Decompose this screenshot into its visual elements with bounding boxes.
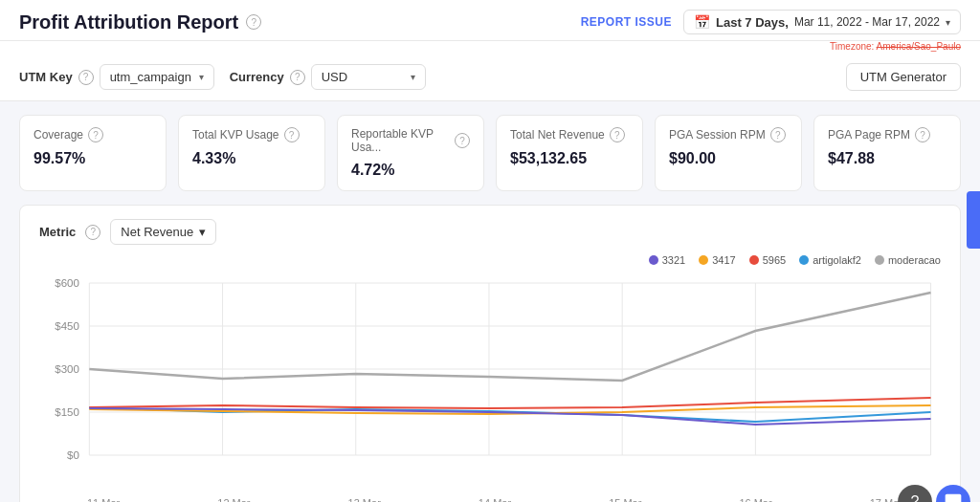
- legend-dot: [749, 255, 759, 265]
- date-range-chevron-icon: ▾: [946, 17, 950, 28]
- utm-key-label: UTM Key: [19, 70, 73, 84]
- chart-header: Metric ? Net Revenue ▾: [39, 219, 941, 245]
- utm-key-select[interactable]: utm_campaign ▾: [100, 64, 214, 90]
- kpi-card: Total Net Revenue ? $53,132.65: [496, 115, 643, 191]
- kpi-value: $53,132.65: [510, 150, 629, 167]
- calendar-icon: 📅: [694, 14, 710, 30]
- legend-item: 3321: [649, 254, 685, 266]
- kpi-label: PGA Session RPM: [669, 128, 766, 142]
- x-axis-label: 14 Mar: [479, 497, 511, 502]
- date-range-detail: Mar 11, 2022 - Mar 17, 2022: [794, 15, 940, 29]
- kpi-label: Reportable KVP Usa...: [351, 127, 450, 154]
- kpi-help-icon[interactable]: ?: [915, 127, 930, 142]
- legend-dot: [799, 255, 809, 265]
- date-range-bold: Last 7 Days,: [716, 15, 789, 30]
- legend-label: 3321: [662, 254, 685, 266]
- legend-label: 3417: [712, 254, 735, 266]
- svg-text:$600: $600: [55, 277, 79, 289]
- kpi-label: Coverage: [33, 128, 83, 142]
- x-axis-label: 12 Mar: [217, 497, 250, 502]
- kpi-card-header: PGA Page RPM ?: [828, 127, 947, 142]
- kpi-help-icon[interactable]: ?: [610, 127, 625, 142]
- x-axis-label: 15 Mar: [609, 497, 641, 502]
- legend-dot: [699, 255, 708, 265]
- currency-select[interactable]: USD ▾: [311, 64, 426, 90]
- kpi-label: PGA Page RPM: [828, 128, 910, 142]
- legend-dot: [875, 255, 884, 265]
- legend-dot: [649, 255, 658, 265]
- timezone-row: Timezone: America/Sao_Paulo: [0, 41, 980, 54]
- utm-generator-button[interactable]: UTM Generator: [846, 63, 961, 91]
- kpi-value: 4.33%: [192, 150, 311, 167]
- header-left: Profit Attribution Report ?: [19, 11, 261, 33]
- kpi-value: $47.88: [828, 150, 947, 167]
- chart-x-axis: 11 Mar12 Mar13 Mar14 Mar15 Mar16 Mar17 M…: [39, 493, 941, 502]
- legend-item: moderacao: [875, 254, 941, 266]
- page-title-help-icon[interactable]: ?: [246, 14, 261, 30]
- kpi-card: PGA Session RPM ? $90.00: [655, 115, 802, 191]
- metric-help-icon[interactable]: ?: [85, 225, 100, 240]
- kpi-card-header: Coverage ?: [33, 127, 152, 142]
- metric-value: Net Revenue: [121, 225, 193, 239]
- toolbar-left: UTM Key ? utm_campaign ▾ Currency ? USD …: [19, 64, 426, 90]
- legend-label: moderacao: [888, 254, 941, 266]
- header-right: REPORT ISSUE 📅 Last 7 Days, Mar 11, 2022…: [581, 10, 961, 34]
- kpi-card: Total KVP Usage ? 4.33%: [178, 115, 325, 191]
- page-title: Profit Attribution Report: [19, 11, 238, 33]
- report-issue-button[interactable]: REPORT ISSUE: [581, 15, 672, 29]
- currency-chevron-icon: ▾: [411, 72, 415, 82]
- metric-chevron-icon: ▾: [199, 225, 206, 239]
- chart-svg: $600 $450 $300 $150 $0: [39, 273, 941, 493]
- chart-area: $600 $450 $300 $150 $0: [39, 273, 941, 493]
- legend-label: artigolakf2: [813, 254, 861, 266]
- svg-text:$0: $0: [67, 449, 79, 461]
- metric-select[interactable]: Net Revenue ▾: [110, 219, 216, 245]
- currency-help-icon[interactable]: ?: [290, 70, 305, 85]
- svg-text:$450: $450: [55, 320, 79, 332]
- x-axis-label: 13 Mar: [348, 497, 381, 502]
- kpi-card: Coverage ? 99.57%: [19, 115, 167, 191]
- kpi-card-header: PGA Session RPM ?: [669, 127, 788, 142]
- kpi-card-header: Reportable KVP Usa... ?: [351, 127, 470, 154]
- chart-section: Metric ? Net Revenue ▾ 3321 3417 5965 ar…: [19, 205, 961, 502]
- x-axis-label: 11 Mar: [87, 497, 120, 502]
- kpi-value: 4.72%: [351, 162, 470, 179]
- kpi-value: 99.57%: [33, 150, 152, 167]
- kpi-row: Coverage ? 99.57% Total KVP Usage ? 4.33…: [0, 101, 980, 205]
- kpi-help-icon[interactable]: ?: [88, 127, 103, 142]
- legend-item: 5965: [749, 254, 786, 266]
- legend-item: 3417: [699, 254, 735, 266]
- metric-label: Metric: [39, 225, 76, 239]
- utm-key-help-icon[interactable]: ?: [78, 70, 94, 85]
- legend-item: artigolakf2: [799, 254, 861, 266]
- utm-key-chevron-icon: ▾: [199, 72, 204, 82]
- kpi-help-icon[interactable]: ?: [770, 127, 786, 142]
- kpi-card-header: Total Net Revenue ?: [510, 127, 629, 142]
- currency-group: Currency ? USD ▾: [230, 64, 426, 90]
- kpi-label: Total Net Revenue: [510, 128, 605, 142]
- kpi-card: PGA Page RPM ? $47.88: [813, 115, 961, 191]
- currency-label: Currency: [230, 70, 284, 84]
- utm-key-value: utm_campaign: [110, 70, 191, 84]
- legend-label: 5965: [763, 254, 786, 266]
- right-sidebar-tab[interactable]: [967, 191, 980, 249]
- toolbar: UTM Key ? utm_campaign ▾ Currency ? USD …: [0, 54, 980, 101]
- kpi-value: $90.00: [669, 150, 788, 167]
- currency-value: USD: [322, 70, 347, 84]
- x-axis-label: 16 Mar: [739, 497, 771, 502]
- kpi-card: Reportable KVP Usa... ? 4.72%: [337, 115, 484, 191]
- kpi-help-icon[interactable]: ?: [284, 127, 300, 142]
- kpi-help-icon[interactable]: ?: [455, 133, 470, 148]
- kpi-label: Total KVP Usage: [192, 128, 279, 142]
- date-range-selector[interactable]: 📅 Last 7 Days, Mar 11, 2022 - Mar 17, 20…: [683, 10, 961, 34]
- chart-legend: 3321 3417 5965 artigolakf2 moderacao: [39, 254, 941, 266]
- utm-key-group: UTM Key ? utm_campaign ▾: [19, 64, 214, 90]
- kpi-card-header: Total KVP Usage ?: [192, 127, 311, 142]
- timezone-value: America/Sao_Paulo: [877, 41, 961, 52]
- header: Profit Attribution Report ? REPORT ISSUE…: [0, 0, 980, 41]
- svg-text:$150: $150: [55, 406, 79, 418]
- timezone-label: Timezone:: [830, 41, 874, 52]
- svg-text:$300: $300: [55, 363, 79, 375]
